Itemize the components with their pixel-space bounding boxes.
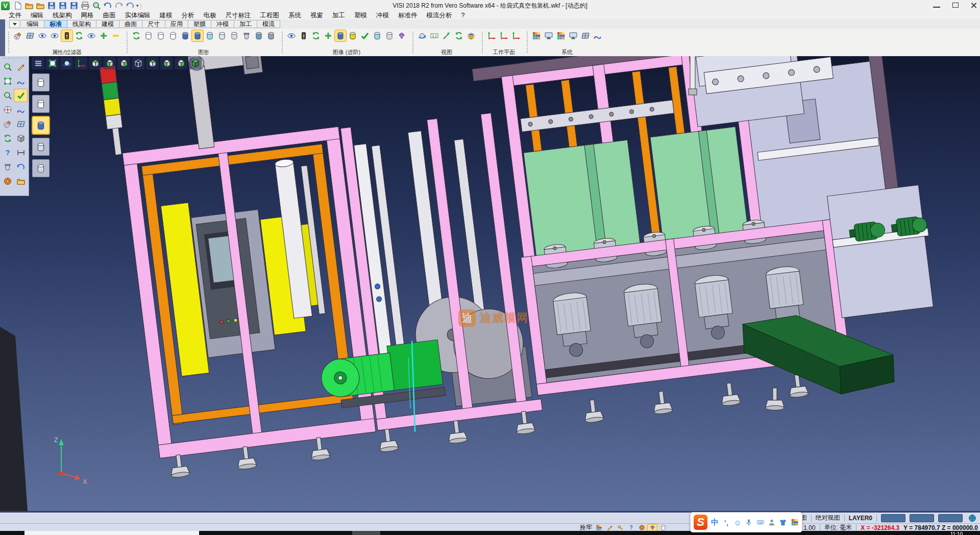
attributes-icon[interactable] bbox=[1, 118, 14, 130]
image-add-icon[interactable] bbox=[323, 30, 334, 41]
display-hidden-icon[interactable] bbox=[32, 95, 50, 113]
snap-grid-icon[interactable] bbox=[594, 524, 603, 531]
view-front-icon[interactable] bbox=[103, 57, 116, 69]
apply-style-icon[interactable] bbox=[253, 30, 264, 41]
menu-surface[interactable]: 曲面 bbox=[99, 11, 120, 20]
view-iso-icon[interactable] bbox=[146, 57, 159, 69]
orbit-view-icon[interactable] bbox=[60, 57, 73, 69]
layer-table-icon[interactable] bbox=[555, 30, 567, 41]
hidden-line-style-icon[interactable] bbox=[155, 30, 166, 41]
ime-toolbox-icon[interactable] bbox=[791, 518, 799, 527]
save-as-icon[interactable] bbox=[58, 1, 67, 11]
menu-die[interactable]: 冲模 bbox=[372, 11, 394, 20]
menu-mesh[interactable]: 网格 bbox=[77, 11, 99, 20]
export-icon[interactable] bbox=[69, 1, 79, 11]
sogou-logo[interactable]: S bbox=[694, 515, 707, 530]
tab-dimension[interactable]: 尺寸 bbox=[142, 20, 165, 28]
ime-punctuation-toggle[interactable]: ’, bbox=[722, 518, 730, 527]
menu-flow-analysis[interactable]: 模流分析 bbox=[422, 11, 457, 20]
absolute-view-label[interactable]: 绝对视图 bbox=[816, 514, 840, 522]
ghost-style-icon[interactable] bbox=[216, 30, 228, 41]
status-button-2[interactable] bbox=[910, 514, 934, 522]
status-button-3[interactable] bbox=[938, 514, 963, 522]
menu-file[interactable]: 文件 bbox=[4, 11, 26, 20]
dynamic-view-icon[interactable] bbox=[416, 30, 428, 41]
open-file-icon[interactable] bbox=[24, 1, 34, 11]
zoom-1to1-icon[interactable] bbox=[429, 30, 440, 41]
preview-icon[interactable] bbox=[91, 1, 101, 11]
snap-navigate-icon[interactable] bbox=[637, 524, 646, 531]
image-cyan-icon[interactable] bbox=[372, 30, 383, 41]
view-refresh-icon[interactable] bbox=[453, 30, 464, 41]
windows-taskbar[interactable]: 11:10 bbox=[0, 531, 980, 535]
tab-dropdown-button[interactable] bbox=[9, 20, 20, 28]
color-table-icon[interactable] bbox=[531, 30, 542, 41]
undo-icon[interactable] bbox=[103, 1, 112, 11]
ime-voice-icon[interactable] bbox=[745, 518, 753, 527]
image-material-icon[interactable] bbox=[396, 30, 407, 41]
monitor-settings-icon[interactable] bbox=[568, 30, 579, 41]
globe-icon[interactable] bbox=[967, 513, 978, 524]
sketch-icon[interactable] bbox=[14, 61, 27, 73]
ucs-icon[interactable] bbox=[1, 104, 14, 116]
taskbar-app-button[interactable] bbox=[352, 531, 380, 535]
3d-viewport[interactable]: Z X 迪 迪威模网 bbox=[0, 56, 980, 513]
snap-gem-icon[interactable] bbox=[648, 524, 657, 531]
display-transparent-icon[interactable] bbox=[32, 138, 50, 156]
render-view-icon[interactable] bbox=[465, 30, 477, 41]
regen-icon[interactable] bbox=[1, 132, 14, 144]
measure-icon[interactable] bbox=[14, 147, 27, 159]
layer-indicator[interactable]: LAYER0 bbox=[849, 515, 872, 522]
snap-cylinder-icon[interactable] bbox=[658, 524, 668, 531]
image-validate-icon[interactable] bbox=[359, 30, 371, 41]
menu-modeling[interactable]: 建模 bbox=[155, 11, 177, 20]
viewport-menu-icon[interactable] bbox=[32, 57, 44, 69]
menu-system[interactable]: 系统 bbox=[284, 11, 306, 20]
hide-entities-icon[interactable] bbox=[49, 30, 60, 41]
status-button-1[interactable] bbox=[881, 514, 905, 522]
show-entities-icon[interactable] bbox=[37, 30, 48, 41]
transparent-style-icon[interactable] bbox=[204, 30, 215, 41]
shade-mode-icon[interactable] bbox=[14, 132, 27, 144]
menu-machining[interactable]: 加工 bbox=[328, 11, 350, 20]
toggle-visibility-icon[interactable] bbox=[86, 30, 97, 41]
wireframe-style-icon[interactable] bbox=[143, 30, 154, 41]
save-icon[interactable] bbox=[46, 1, 56, 11]
display-wireframe-icon[interactable] bbox=[32, 74, 50, 91]
menu-analysis[interactable]: 分析 bbox=[177, 11, 199, 20]
menu-mold[interactable]: 塑模 bbox=[350, 11, 372, 20]
menu-window[interactable]: 视窗 bbox=[306, 11, 328, 20]
menu-solid-edit[interactable]: 实体编辑 bbox=[120, 11, 155, 20]
menu-drawing[interactable]: 工程图 bbox=[256, 11, 284, 20]
delete-icon[interactable] bbox=[1, 161, 14, 173]
analysis-style-icon[interactable] bbox=[229, 30, 240, 41]
ime-keyboard-icon[interactable] bbox=[756, 518, 765, 527]
validate-icon[interactable] bbox=[14, 89, 27, 102]
history-undo-icon[interactable] bbox=[125, 1, 135, 11]
image-properties-icon[interactable] bbox=[24, 30, 36, 41]
image-shaded-icon[interactable] bbox=[335, 30, 346, 41]
tab-application[interactable]: 应用 bbox=[165, 20, 188, 28]
remove-filter-icon[interactable] bbox=[110, 30, 121, 41]
image-wire-icon[interactable] bbox=[384, 30, 395, 41]
add-filter-icon[interactable] bbox=[98, 30, 109, 41]
view-back-icon[interactable] bbox=[132, 57, 144, 69]
tab-wireframe[interactable]: 线架构 bbox=[67, 20, 96, 28]
zoom-extents-icon[interactable] bbox=[441, 30, 452, 41]
tab-flow[interactable]: 模流 bbox=[257, 20, 280, 28]
menu-dimension[interactable]: 尺寸标注 bbox=[221, 11, 256, 20]
ime-skin-icon[interactable] bbox=[779, 518, 787, 527]
style-settings-icon[interactable] bbox=[265, 30, 277, 41]
image-yellow-icon[interactable] bbox=[347, 30, 358, 41]
tab-die[interactable]: 冲模 bbox=[211, 20, 234, 28]
redo-icon[interactable] bbox=[114, 1, 124, 11]
close-button[interactable] bbox=[971, 2, 977, 8]
view-left-icon[interactable] bbox=[160, 57, 173, 69]
image-visibility-icon[interactable] bbox=[286, 30, 297, 41]
spline-icon[interactable] bbox=[14, 75, 27, 87]
tab-surface[interactable]: 曲面 bbox=[119, 20, 142, 28]
tab-machining[interactable]: 加工 bbox=[234, 20, 257, 28]
zoom-plus-icon[interactable] bbox=[1, 89, 14, 102]
shaded-style-icon[interactable] bbox=[180, 30, 191, 41]
snap-sketch-icon[interactable] bbox=[605, 524, 614, 531]
